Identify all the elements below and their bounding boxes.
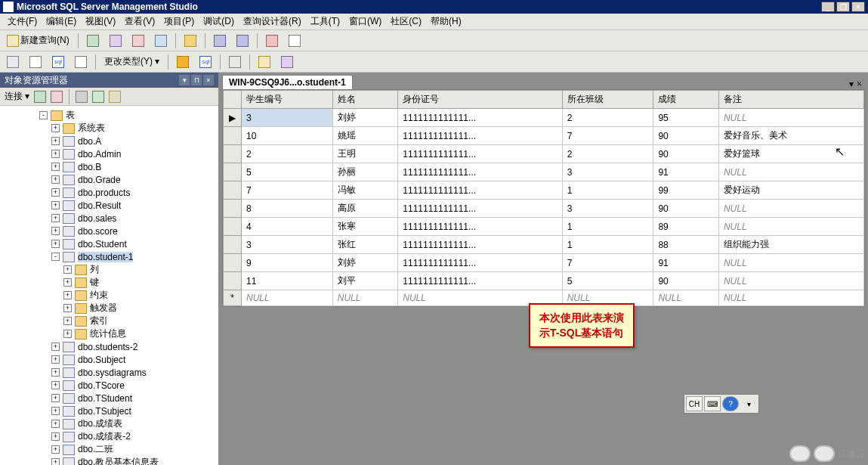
menu-tools[interactable]: 工具(T) [306,14,344,29]
tree-node[interactable]: +dbo.students-2 [0,340,218,353]
tool-a[interactable] [106,33,125,49]
cell[interactable]: 组织能力强 [718,236,863,254]
cell[interactable]: NULL [718,218,863,236]
menu-view[interactable]: 视图(V) [81,14,120,29]
cell[interactable]: 冯敏 [332,181,398,200]
expand-icon[interactable]: + [63,291,72,299]
connect-icon[interactable] [34,91,46,103]
tool-grid[interactable] [26,54,45,70]
tree[interactable]: -表+系统表+dbo.A+dbo.Admin+dbo.B+dbo.Grade+d… [0,106,218,465]
tool-db-icon[interactable] [83,33,103,49]
cell[interactable]: 1 [562,218,653,236]
cell[interactable]: 7 [562,254,653,272]
expand-icon[interactable]: + [51,188,60,197]
cell[interactable]: 1111111111111... [398,200,562,218]
stop-icon[interactable] [76,91,88,103]
cell[interactable]: 1 [562,181,653,200]
tree-node[interactable]: +dbo.TStudent [0,392,218,405]
cell[interactable]: 95 [653,109,719,127]
tree-node[interactable]: +dbo.products [0,186,218,199]
expand-icon[interactable]: + [51,368,60,377]
cell[interactable]: 2 [562,109,653,127]
expand-icon[interactable]: + [51,343,60,351]
cell[interactable]: NULL [718,254,863,272]
ime-help-button[interactable]: ? [722,396,739,411]
cell[interactable]: 91 [653,163,719,181]
cell[interactable]: 90 [653,145,719,163]
disconnect-icon[interactable] [51,91,63,103]
menu-debug[interactable]: 调试(D) [199,14,239,29]
cell[interactable]: 1111111111111... [398,218,562,236]
table-row[interactable]: 11刘平1111111111111...590NULL [224,272,864,290]
table-row[interactable]: 10姚瑶1111111111111...790爱好音乐、美术 [224,127,864,145]
tool-b[interactable] [128,33,148,49]
expand-icon[interactable]: + [51,137,60,145]
table-row[interactable]: 7冯敏1111111111111...199爱好运动 [224,181,864,200]
close-button[interactable]: × [851,2,865,12]
cell[interactable]: 3 [242,109,333,127]
cell[interactable]: 姚瑶 [332,127,398,145]
cell[interactable]: NULL [718,272,863,290]
change-type-button[interactable]: 更改类型(Y) ▾ [100,53,163,70]
expand-icon[interactable]: + [51,394,60,402]
cell[interactable]: 2 [562,145,653,163]
menu-window[interactable]: 窗口(W) [344,14,386,29]
expand-icon[interactable]: + [51,381,60,389]
cell[interactable]: 刘平 [332,272,398,290]
tree-node[interactable]: +触发器 [0,302,218,315]
cell[interactable]: NULL [332,290,398,306]
tree-node[interactable]: +系统表 [0,122,218,135]
expand-icon[interactable]: + [63,265,72,274]
tree-node[interactable]: +dbo.TScore [0,379,218,392]
tool-derived[interactable] [277,54,297,70]
tool-c[interactable] [151,33,171,49]
tool-group[interactable] [225,54,245,70]
cell[interactable]: 刘婷 [332,109,398,127]
column-header[interactable]: 学生编号 [242,91,333,109]
tool-sql[interactable]: sql [48,54,68,70]
table-row[interactable]: 5孙丽1111111111111...391NULL [224,163,864,181]
cell[interactable]: 88 [653,236,719,254]
expand-icon[interactable]: + [51,458,60,465]
menu-edit[interactable]: 编辑(E) [42,14,81,29]
tree-node[interactable]: +dbo.sales [0,212,218,225]
tree-node[interactable]: +dbo.教员基本信息表 [0,456,218,465]
cell[interactable]: 孙丽 [332,163,398,181]
expand-icon[interactable]: + [51,432,60,441]
cell[interactable]: 张红 [332,236,398,254]
cell[interactable]: 王明 [332,145,398,163]
tool-diagram[interactable] [3,54,23,70]
cell[interactable]: 91 [653,254,719,272]
cell[interactable]: 爱好音乐、美术 [718,127,863,145]
tree-node[interactable]: +dbo.Grade [0,173,218,186]
tool-run[interactable] [173,54,193,70]
cell[interactable]: 90 [653,200,719,218]
table-row[interactable]: 3张红1111111111111...188组织能力强 [224,236,864,254]
expand-icon[interactable]: + [51,240,60,248]
tree-node[interactable]: +dbo.TSubject [0,405,218,417]
tree-node[interactable]: +dbo.成绩表 [0,417,218,430]
tree-node[interactable]: -dbo.student-1 [0,250,218,263]
tool-addtable[interactable] [255,54,274,70]
cell[interactable]: 9 [242,254,333,272]
cell[interactable]: 高原 [332,200,398,218]
expand-icon[interactable]: + [51,124,60,132]
expand-icon[interactable]: + [51,150,60,158]
cell[interactable]: NULL [242,290,333,306]
cell[interactable]: 1111111111111... [398,236,562,254]
cell[interactable]: 1111111111111... [398,181,562,200]
tab-student1[interactable]: WIN-9CSQ9J6...o.student-1 [222,75,353,89]
tree-node[interactable]: -表 [0,109,218,122]
table-row[interactable]: 9刘婷1111111111111...791NULL [224,254,864,272]
cell[interactable]: 3 [242,236,333,254]
expand-icon[interactable]: + [63,317,72,325]
tree-node[interactable]: +dbo.Subject [0,353,218,366]
column-header[interactable]: 备注 [718,91,863,109]
cell[interactable]: 10 [242,127,333,145]
cell[interactable]: NULL [718,109,863,127]
tool-list[interactable] [285,33,304,49]
cell[interactable]: 1111111111111... [398,109,562,127]
filter-icon[interactable] [109,91,121,103]
tree-node[interactable]: +列 [0,263,218,276]
menu-file[interactable]: 文件(F) [3,14,42,29]
